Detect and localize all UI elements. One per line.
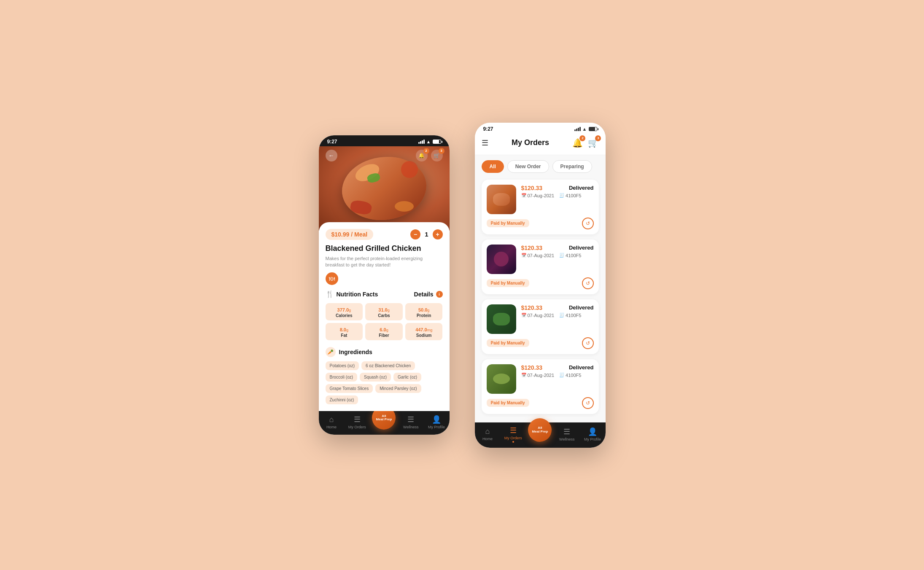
order-date-1: 📅 07-Aug-2021	[521, 193, 555, 198]
home-icon-2: ⌂	[485, 427, 490, 436]
quantity-display: 1	[425, 231, 428, 238]
my-orders-screen: 9:27 ▲ ☰ My Orders	[475, 123, 606, 448]
filter-all[interactable]: All	[482, 160, 504, 173]
ingredient-tomato: Grape Tomato Slices	[326, 384, 373, 393]
notification-button[interactable]: 🔔 2	[416, 150, 428, 161]
ingredient-broccoli: Broccoli (oz)	[326, 373, 358, 382]
sodium-cell: 447.0mg Sodium	[405, 323, 443, 340]
payment-method-4: Paid by Manually	[487, 399, 529, 407]
protein-cell: 50.0g Protein	[405, 303, 443, 320]
calories-num: 377.0	[337, 307, 349, 312]
reorder-button-2[interactable]: ↺	[582, 277, 594, 289]
filter-preparing[interactable]: Preparing	[552, 160, 592, 173]
order-id-4: 🧾 4100F5	[559, 373, 581, 378]
carbs-label: Carbs	[369, 313, 399, 318]
nav-orders-1[interactable]: ☰ My Orders	[347, 415, 368, 429]
profile-icon-1: 👤	[432, 415, 441, 424]
order-info-4: $120.33 Delivered 📅 07-Aug-2021 🧾 4100F5	[521, 364, 594, 394]
ingredients-section-header: 🥕 Ingrediends	[326, 347, 443, 357]
app-container: 9:27 ▲	[302, 106, 622, 465]
cart-button-2[interactable]: 🛒 3	[588, 138, 598, 148]
nav-home-1[interactable]: ⌂ Home	[321, 415, 342, 429]
order-top-1: $120.33 Delivered 📅 07-Aug-2021 🧾 4100F5	[487, 185, 594, 214]
status-bar-2: 9:27 ▲	[475, 123, 606, 134]
order-price-2: $120.33	[521, 245, 543, 251]
food-hero: ← 🔔 2 🛒 3	[319, 146, 450, 231]
fork-knife-icon: 🍴	[326, 290, 334, 298]
decrease-qty-button[interactable]: −	[410, 229, 420, 239]
active-dot-2	[512, 441, 514, 443]
nav-home-2[interactable]: ⌂ Home	[477, 427, 498, 441]
ingredient-zucchini: Zuchinni (oz)	[326, 395, 358, 404]
profile-icon-2: 👤	[588, 427, 597, 436]
notification-badge-2: 2	[579, 135, 585, 141]
back-icon: ←	[329, 152, 334, 159]
bottom-nav-2: ⌂ Home ☰ My Orders AllMeal Prep ☰ Wellne…	[475, 422, 606, 448]
order-top-4: $120.33 Delivered 📅 07-Aug-2021 🧾 4100F5	[487, 364, 594, 394]
menu-button[interactable]: ☰	[482, 138, 488, 148]
notification-button-2[interactable]: 🔔 2	[572, 138, 583, 148]
reorder-button-4[interactable]: ↺	[582, 397, 594, 409]
order-id-1: 🧾 4100F5	[559, 193, 581, 198]
battery-icon-2	[589, 127, 597, 131]
payment-method-1: Paid by Manually	[487, 219, 529, 227]
order-status-3: Delivered	[569, 304, 594, 311]
back-button[interactable]: ←	[326, 150, 337, 161]
order-footer-3: Paid by Manually ↺	[487, 337, 594, 349]
sodium-num: 447.0	[415, 327, 427, 332]
nav-wellness-2[interactable]: ☰ Wellness	[556, 427, 577, 441]
order-info-2: $120.33 Delivered 📅 07-Aug-2021 🧾 4100F5	[521, 245, 594, 274]
ingredient-squash: Squash (oz)	[360, 373, 391, 382]
cart-button[interactable]: 🛒 3	[431, 150, 443, 161]
orders-header-row: ☰ My Orders 🔔 2 🛒 3	[482, 138, 599, 148]
fiber-cell: 6.0g Fiber	[365, 323, 403, 340]
time-1: 9:27	[327, 139, 337, 145]
order-top-3: $120.33 Delivered 📅 07-Aug-2021 🧾 4100F5	[487, 304, 594, 334]
filter-new-order[interactable]: New Order	[507, 160, 549, 173]
order-footer-4: Paid by Manually ↺	[487, 397, 594, 409]
nav-wellness-1[interactable]: ☰ Wellness	[400, 415, 421, 429]
order-card-4: $120.33 Delivered 📅 07-Aug-2021 🧾 4100F5	[482, 359, 599, 414]
fiber-num: 6.0	[380, 327, 386, 332]
bottom-nav-1: ⌂ Home ☰ My Orders AllMeal Prep ☰ Wellne…	[319, 411, 450, 435]
order-status-1: Delivered	[569, 185, 594, 191]
nav-home-label-2: Home	[482, 437, 493, 441]
order-image-4	[487, 364, 516, 394]
nav-center-logo-2[interactable]: AllMeal Prep	[528, 418, 552, 442]
receipt-icon-2: 🧾	[559, 253, 564, 258]
nav-orders-label-2: My Orders	[504, 436, 522, 440]
order-card-1: $120.33 Delivered 📅 07-Aug-2021 🧾 4100F5	[482, 180, 599, 234]
battery-icon	[433, 140, 441, 144]
receipt-icon-1: 🧾	[559, 193, 564, 198]
order-image-2	[487, 245, 516, 274]
wifi-icon-2: ▲	[582, 126, 587, 132]
order-date-2: 📅 07-Aug-2021	[521, 253, 555, 258]
reorder-button-3[interactable]: ↺	[582, 337, 594, 349]
nutrition-tab-label[interactable]: Nutrition Facts	[337, 291, 378, 298]
order-footer-1: Paid by Manually ↺	[487, 218, 594, 229]
order-meta-1: 📅 07-Aug-2021 🧾 4100F5	[521, 193, 594, 198]
calendar-icon-3: 📅	[521, 313, 526, 317]
fat-num: 8.0	[340, 327, 346, 332]
order-footer-2: Paid by Manually ↺	[487, 277, 594, 289]
nav-wellness-label-2: Wellness	[559, 437, 574, 441]
nutrition-section-header: 🍴 Nutrition Facts Details i	[326, 290, 443, 298]
ingredient-potatoes: Potatoes (oz)	[326, 361, 359, 370]
reorder-button-1[interactable]: ↺	[582, 218, 594, 229]
fat-cell: 8.0g Fat	[326, 323, 363, 340]
order-meta-2: 📅 07-Aug-2021 🧾 4100F5	[521, 253, 594, 258]
order-meta-4: 📅 07-Aug-2021 🧾 4100F5	[521, 373, 594, 378]
nav-profile-2[interactable]: 👤 My Profile	[582, 427, 603, 441]
increase-qty-button[interactable]: +	[433, 229, 443, 239]
nav-orders-2[interactable]: ☰ My Orders	[503, 426, 524, 443]
nav-profile-1[interactable]: 👤 My Profile	[426, 415, 447, 429]
order-info-3: $120.33 Delivered 📅 07-Aug-2021 🧾 4100F5	[521, 304, 594, 334]
status-bar-1: 9:27 ▲	[319, 135, 450, 146]
fiber-label: Fiber	[369, 333, 399, 338]
status-icons-1: ▲	[418, 139, 441, 144]
calories-cell: 377.0g Calories	[326, 303, 363, 320]
hero-nav: ← 🔔 2 🛒 3	[319, 150, 450, 161]
details-tab-label[interactable]: Details	[414, 291, 434, 298]
notification-badge: 2	[423, 148, 429, 154]
orders-list: $120.33 Delivered 📅 07-Aug-2021 🧾 4100F5	[475, 176, 606, 422]
